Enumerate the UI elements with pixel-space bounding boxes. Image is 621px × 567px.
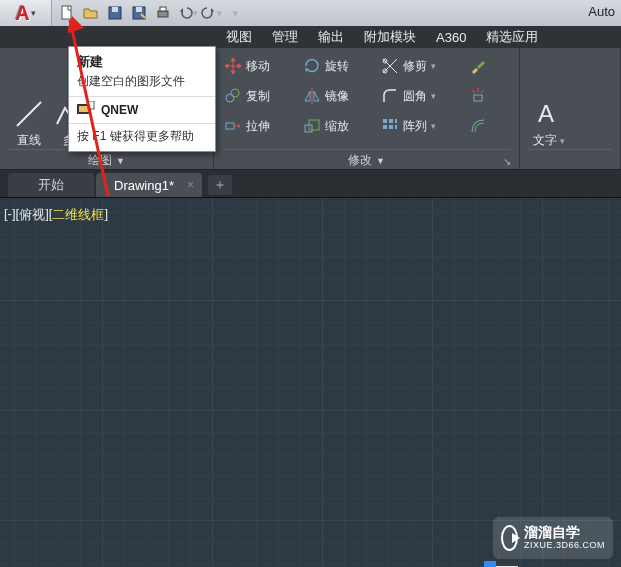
menu-bar: 视图 管理 输出 附加模块 A360 精选应用 <box>0 26 621 48</box>
panel-title-modify[interactable]: 修改▼↘ <box>222 149 511 169</box>
qat-new-button[interactable] <box>56 3 78 23</box>
svg-rect-20 <box>389 125 393 129</box>
caret-down-icon: ▼ <box>376 156 385 166</box>
svg-rect-16 <box>383 119 387 123</box>
move-icon <box>224 57 242 75</box>
close-icon[interactable]: × <box>187 178 194 192</box>
svg-line-7 <box>17 102 41 126</box>
caret-down-icon: ▾ <box>431 121 436 131</box>
tool-move[interactable]: 移动 <box>222 52 295 80</box>
tool-rotate[interactable]: 旋转 <box>301 52 374 80</box>
dialog-launcher-icon[interactable]: ↘ <box>503 156 511 167</box>
svg-rect-6 <box>160 7 166 11</box>
tab-drawing1[interactable]: Drawing1*× <box>96 173 202 197</box>
tooltip-desc: 创建空白的图形文件 <box>69 73 215 96</box>
caret-down-icon: ▾ <box>431 91 436 101</box>
svg-rect-18 <box>395 119 397 123</box>
svg-rect-4 <box>136 7 142 12</box>
svg-rect-13 <box>226 123 234 129</box>
tooltip-qnew: 新建 创建空白的图形文件 QNEW 按 F1 键获得更多帮助 <box>68 46 216 152</box>
svg-rect-0 <box>62 6 71 19</box>
quick-access-toolbar: ▾ ▾ ▾ <box>52 3 250 23</box>
stretch-icon <box>224 117 242 135</box>
svg-rect-21 <box>395 125 397 129</box>
scale-icon <box>303 117 321 135</box>
svg-rect-12 <box>474 95 482 101</box>
qat-saveas-button[interactable] <box>128 3 150 23</box>
tool-text[interactable]: A 文字 ▾ <box>528 52 570 149</box>
panel-title-draw[interactable]: 绘图▼ <box>8 149 205 169</box>
menu-a360[interactable]: A360 <box>426 26 476 48</box>
file-tab-bar: 开始 Drawing1*× ＋ <box>0 170 621 198</box>
panel-annotation: A 文字 ▾ <box>520 48 621 169</box>
tool-offset[interactable] <box>467 112 512 140</box>
qat-print-button[interactable] <box>152 3 174 23</box>
svg-rect-2 <box>112 7 118 12</box>
trim-icon <box>381 57 399 75</box>
svg-point-11 <box>231 89 239 97</box>
tooltip-command: QNEW <box>101 103 138 117</box>
caret-down-icon: ▾ <box>193 8 198 18</box>
tool-line[interactable]: 直线 <box>8 52 50 149</box>
drawing-canvas[interactable]: [-][ 俯视 ][ 二维线框 ] 溜溜自学 ZIXUE.3D66.COM <box>0 198 621 567</box>
viewport-controls[interactable]: [-][ 俯视 ][ 二维线框 ] <box>4 206 108 224</box>
array-icon <box>381 117 399 135</box>
tooltip-title: 新建 <box>69 47 215 73</box>
svg-text:A: A <box>538 100 554 127</box>
tool-array[interactable]: 阵列 ▾ <box>379 112 461 140</box>
qat-customize-button[interactable]: ▾ <box>224 3 246 23</box>
caret-down-icon: ▾ <box>217 8 222 18</box>
title-bar: A ▾ ▾ ▾ ▾ Auto <box>0 0 621 26</box>
caret-down-icon: ▾ <box>431 61 436 71</box>
caret-down-icon: ▾ <box>560 136 565 146</box>
app-menu-button[interactable]: A ▾ <box>0 0 52 26</box>
brush-icon <box>469 57 487 75</box>
viewport-visualstyle[interactable]: 二维线框 <box>52 206 104 224</box>
line-icon <box>13 98 45 130</box>
panel-title-annot <box>528 149 612 169</box>
menu-output[interactable]: 输出 <box>308 26 354 48</box>
rotate-icon <box>303 57 321 75</box>
copy-icon <box>224 87 242 105</box>
caret-down-icon: ▼ <box>116 156 125 166</box>
panel-modify: 移动 旋转 修剪 ▾ 复制 镜像 圆角 ▾ 拉伸 缩放 阵列 ▾ 修改▼↘ <box>214 48 520 169</box>
svg-point-10 <box>226 94 234 102</box>
svg-rect-5 <box>158 11 168 17</box>
watermark: 溜溜自学 ZIXUE.3D66.COM <box>493 517 613 559</box>
menu-addins[interactable]: 附加模块 <box>354 26 426 48</box>
qat-save-button[interactable] <box>104 3 126 23</box>
caret-down-icon: ▾ <box>31 8 36 18</box>
explode-icon <box>469 87 487 105</box>
svg-rect-19 <box>383 125 387 129</box>
tool-fillet[interactable]: 圆角 ▾ <box>379 82 461 110</box>
tool-brush[interactable] <box>467 52 512 80</box>
tool-copy[interactable]: 复制 <box>222 82 295 110</box>
svg-rect-25 <box>88 101 94 109</box>
tool-scale[interactable]: 缩放 <box>301 112 374 140</box>
autocad-logo-icon: A <box>15 2 29 25</box>
qat-undo-button[interactable]: ▾ <box>176 3 198 23</box>
svg-rect-17 <box>389 119 393 123</box>
tool-explode[interactable] <box>467 82 512 110</box>
menu-featured[interactable]: 精选应用 <box>476 26 548 48</box>
menu-view[interactable]: 视图 <box>216 26 262 48</box>
menu-manage[interactable]: 管理 <box>262 26 308 48</box>
tool-trim[interactable]: 修剪 ▾ <box>379 52 461 80</box>
tool-mirror[interactable]: 镜像 <box>301 82 374 110</box>
fillet-icon <box>381 87 399 105</box>
viewport-top[interactable]: 俯视 <box>19 206 45 224</box>
text-icon: A <box>533 98 565 130</box>
tab-start[interactable]: 开始 <box>8 173 94 197</box>
qnew-icon <box>77 101 95 119</box>
tooltip-help: 按 F1 键获得更多帮助 <box>69 123 215 151</box>
tool-stretch[interactable]: 拉伸 <box>222 112 295 140</box>
caret-down-icon: ▾ <box>233 8 238 18</box>
tab-add-button[interactable]: ＋ <box>208 175 232 195</box>
canvas-grid <box>0 198 621 567</box>
qat-redo-button[interactable]: ▾ <box>200 3 222 23</box>
mirror-icon <box>303 87 321 105</box>
play-icon <box>501 525 518 551</box>
watermark-sub: ZIXUE.3D66.COM <box>524 541 605 551</box>
offset-icon <box>469 117 487 135</box>
qat-open-button[interactable] <box>80 3 102 23</box>
